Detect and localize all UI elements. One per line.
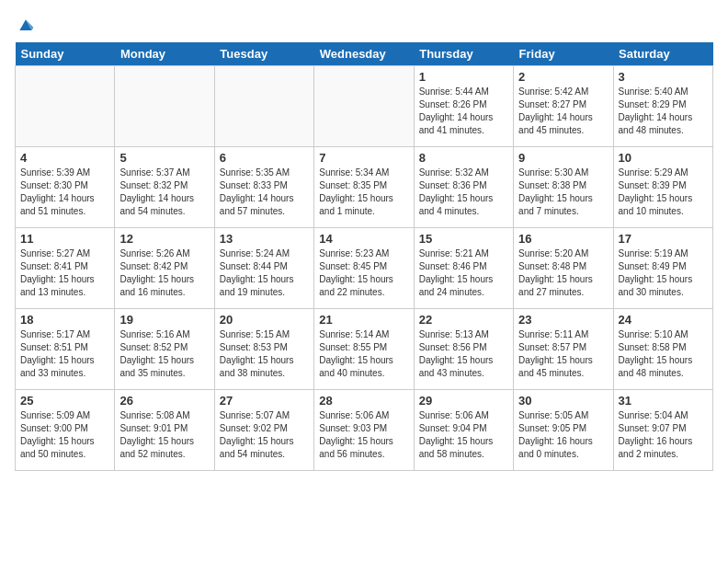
logo-text [15,15,35,35]
day-number: 12 [119,232,209,246]
day-number: 13 [220,232,309,246]
cell-info: Sunset: 8:29 PM [619,98,708,111]
cell-info: Daylight: 16 hours [619,435,708,448]
cell-info: Sunrise: 5:05 AM [518,409,608,422]
cell-info: Sunset: 8:53 PM [220,341,309,354]
cell-info: Daylight: 15 hours [619,273,708,286]
cell-info: Sunrise: 5:15 AM [220,328,309,341]
cell-info: Sunset: 9:00 PM [20,422,109,435]
cell-info: and 33 minutes. [20,367,109,380]
cell-info: Sunset: 8:35 PM [319,179,408,192]
day-cell-6: 6Sunrise: 5:35 AMSunset: 8:33 PMDaylight… [214,146,313,227]
cell-info: Sunset: 8:41 PM [20,260,109,273]
day-cell-2: 2Sunrise: 5:42 AMSunset: 8:27 PMDaylight… [514,65,613,146]
cell-info: Sunrise: 5:24 AM [220,247,309,260]
cell-info: Sunrise: 5:07 AM [220,409,309,422]
day-cell-8: 8Sunrise: 5:32 AMSunset: 8:36 PMDaylight… [414,146,513,227]
cell-info: Sunset: 8:33 PM [220,179,309,192]
cell-info: Daylight: 15 hours [518,354,608,367]
day-cell-19: 19Sunrise: 5:16 AMSunset: 8:52 PMDayligh… [115,308,214,389]
day-cell-9: 9Sunrise: 5:30 AMSunset: 8:38 PMDaylight… [514,146,613,227]
cell-info: and 10 minutes. [619,205,708,218]
header [15,15,713,35]
cell-info: Daylight: 15 hours [419,435,508,448]
cell-info: Sunrise: 5:26 AM [119,247,209,260]
day-number: 7 [319,151,408,165]
cell-info: Sunset: 8:42 PM [119,260,209,273]
day-number: 22 [419,313,508,327]
cell-info: and 2 minutes. [619,448,708,461]
cell-info: and 41 minutes. [419,124,508,137]
cell-info: Daylight: 15 hours [518,192,608,205]
day-cell-26: 26Sunrise: 5:08 AMSunset: 9:01 PMDayligh… [115,389,214,470]
cell-info: and 22 minutes. [319,286,408,299]
day-number: 1 [419,70,508,84]
cell-info: Sunset: 8:38 PM [518,179,608,192]
cell-info: Sunrise: 5:23 AM [319,247,408,260]
cell-info: Sunrise: 5:14 AM [319,328,408,341]
day-cell-21: 21Sunrise: 5:14 AMSunset: 8:55 PMDayligh… [314,308,414,389]
day-cell-24: 24Sunrise: 5:10 AMSunset: 8:58 PMDayligh… [613,308,712,389]
cell-info: and 1 minute. [319,205,408,218]
day-cell-22: 22Sunrise: 5:13 AMSunset: 8:56 PMDayligh… [414,308,513,389]
day-cell-12: 12Sunrise: 5:26 AMSunset: 8:42 PMDayligh… [115,227,214,308]
cell-info: Sunset: 8:52 PM [119,341,209,354]
cell-info: Daylight: 15 hours [419,354,508,367]
cell-info: Sunrise: 5:37 AM [119,167,209,179]
day-cell-23: 23Sunrise: 5:11 AMSunset: 8:57 PMDayligh… [514,308,613,389]
cell-info: Daylight: 15 hours [419,273,508,286]
cell-info: Sunset: 9:04 PM [419,422,508,435]
day-number: 24 [619,313,708,327]
cell-info: and 4 minutes. [419,205,508,218]
cell-info: and 30 minutes. [619,286,708,299]
cell-info: Daylight: 15 hours [20,273,109,286]
day-cell-18: 18Sunrise: 5:17 AMSunset: 8:51 PMDayligh… [16,308,115,389]
cell-info: Daylight: 15 hours [419,192,508,205]
cell-info: Sunrise: 5:11 AM [518,328,608,341]
empty-cell [314,65,414,146]
cell-info: Sunset: 8:48 PM [518,260,608,273]
cell-info: and 40 minutes. [319,367,408,380]
cell-info: Daylight: 16 hours [518,435,608,448]
cell-info: Daylight: 15 hours [220,435,309,448]
day-number: 17 [619,232,708,246]
day-number: 20 [220,313,309,327]
day-number: 9 [518,151,608,165]
day-cell-29: 29Sunrise: 5:06 AMSunset: 9:04 PMDayligh… [414,389,513,470]
cell-info: Sunrise: 5:13 AM [419,328,508,341]
cell-info: and 7 minutes. [518,205,608,218]
cell-info: Sunrise: 5:04 AM [619,409,708,422]
week-row-4: 18Sunrise: 5:17 AMSunset: 8:51 PMDayligh… [16,308,713,389]
cell-info: Sunrise: 5:32 AM [419,167,508,179]
cell-info: Daylight: 15 hours [319,354,408,367]
cell-info: Daylight: 15 hours [119,273,209,286]
day-number: 2 [518,70,608,84]
cell-info: and 48 minutes. [619,124,708,137]
cell-info: Daylight: 14 hours [619,111,708,124]
cell-info: and 51 minutes. [20,205,109,218]
cell-info: and 45 minutes. [518,367,608,380]
cell-info: Daylight: 15 hours [319,435,408,448]
day-number: 23 [518,313,608,327]
day-cell-1: 1Sunrise: 5:44 AMSunset: 8:26 PMDaylight… [414,65,513,146]
cell-info: and 16 minutes. [119,286,209,299]
cell-info: Sunrise: 5:42 AM [518,86,608,98]
cell-info: Sunset: 9:02 PM [220,422,309,435]
cell-info: and 56 minutes. [319,448,408,461]
cell-info: Sunrise: 5:34 AM [319,167,408,179]
week-row-2: 4Sunrise: 5:39 AMSunset: 8:30 PMDaylight… [16,146,713,227]
cell-info: Sunrise: 5:21 AM [419,247,508,260]
day-cell-20: 20Sunrise: 5:15 AMSunset: 8:53 PMDayligh… [214,308,313,389]
cell-info: Sunrise: 5:19 AM [619,247,708,260]
cell-info: and 24 minutes. [419,286,508,299]
logo [15,15,35,35]
cell-info: Sunrise: 5:16 AM [119,328,209,341]
day-cell-16: 16Sunrise: 5:20 AMSunset: 8:48 PMDayligh… [514,227,613,308]
day-cell-17: 17Sunrise: 5:19 AMSunset: 8:49 PMDayligh… [613,227,712,308]
cell-info: Sunrise: 5:40 AM [619,86,708,98]
day-cell-25: 25Sunrise: 5:09 AMSunset: 9:00 PMDayligh… [16,389,115,470]
cell-info: and 0 minutes. [518,448,608,461]
cell-info: Sunrise: 5:08 AM [119,409,209,422]
cell-info: Sunrise: 5:06 AM [319,409,408,422]
day-number: 19 [119,313,209,327]
